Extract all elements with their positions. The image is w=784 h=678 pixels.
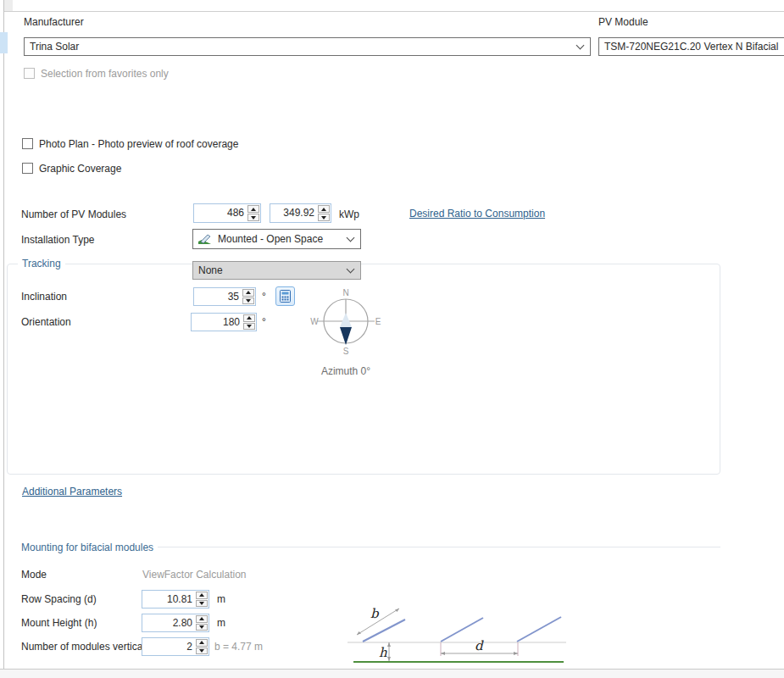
bottom-panel-edge xyxy=(0,669,784,678)
manufacturer-value: Trina Solar xyxy=(30,41,572,53)
calculator-icon xyxy=(280,290,291,303)
mode-value: ViewFactor Calculation xyxy=(142,569,247,581)
spin-down-button[interactable] xyxy=(243,323,255,331)
favorites-only-label: Selection from favorites only xyxy=(41,68,169,80)
orientation-unit: ° xyxy=(262,316,266,328)
installation-type-select[interactable]: Mounted - Open Space xyxy=(192,229,361,249)
inclination-calculator-button[interactable] xyxy=(275,286,295,306)
num-modules-value: 486 xyxy=(194,204,247,222)
modules-vertical-value: 2 xyxy=(142,638,195,655)
pv-module-value: TSM-720NEG21C.20 Vertex N Bifacial xyxy=(604,41,779,53)
spin-down-button[interactable] xyxy=(196,600,208,608)
row-spacing-diagram: b h d xyxy=(348,593,670,670)
num-modules-label: Number of PV Modules xyxy=(21,208,126,220)
compass-s-label: S xyxy=(343,347,349,356)
mode-label: Mode xyxy=(21,569,47,581)
installation-type-label: Installation Type xyxy=(21,234,95,246)
orientation-value: 180 xyxy=(192,314,242,331)
sidebar-selected-fragment[interactable] xyxy=(0,32,8,53)
favorites-only-checkbox[interactable] xyxy=(24,68,35,79)
spin-up-button[interactable] xyxy=(196,615,208,623)
spin-up-button[interactable] xyxy=(196,592,208,599)
diagram-b-label: b xyxy=(370,606,380,621)
row-spacing-unit: m xyxy=(217,593,225,605)
compass-n-label: N xyxy=(342,288,348,297)
mount-height-value: 2.80 xyxy=(142,614,195,631)
power-unit: kWp xyxy=(339,208,359,220)
row-spacing-value: 10.81 xyxy=(142,591,195,608)
open-space-mount-icon xyxy=(198,233,213,245)
chevron-down-icon xyxy=(347,264,355,273)
bifacial-section-title: Mounting for bifacial modules xyxy=(21,542,153,553)
row-spacing-label: Row Spacing (d) xyxy=(21,593,97,605)
tracking-select[interactable]: None xyxy=(192,261,361,280)
spin-up-button[interactable] xyxy=(196,639,208,647)
window-left-border xyxy=(3,0,4,669)
spin-up-button[interactable] xyxy=(242,289,254,297)
power-value: 349.92 xyxy=(270,204,317,222)
compass-rose-icon: N W E S xyxy=(305,285,386,358)
photo-plan-checkbox[interactable] xyxy=(22,138,33,149)
spin-up-button[interactable] xyxy=(318,205,330,213)
compass-e-label: E xyxy=(375,317,381,326)
spin-up-button[interactable] xyxy=(243,314,255,322)
spin-down-button[interactable] xyxy=(318,214,330,221)
spin-down-button[interactable] xyxy=(242,297,254,305)
spin-down-button[interactable] xyxy=(196,647,208,655)
orientation-label: Orientation xyxy=(21,316,71,328)
row-spacing-spinner[interactable]: 10.81 xyxy=(142,590,209,609)
photo-plan-label: Photo Plan - Photo preview of roof cover… xyxy=(39,138,238,150)
inclination-spinner[interactable]: 35 xyxy=(193,287,256,306)
top-left-corner-block xyxy=(4,0,13,11)
chevron-down-icon xyxy=(347,233,355,242)
pv-module-select[interactable]: TSM-720NEG21C.20 Vertex N Bifacial xyxy=(598,37,784,56)
installation-type-value: Mounted - Open Space xyxy=(218,233,342,245)
spin-down-button[interactable] xyxy=(247,214,259,221)
tracking-value: None xyxy=(198,264,342,276)
mount-height-spinner[interactable]: 2.80 xyxy=(142,614,209,632)
mount-height-unit: m xyxy=(217,617,225,629)
inclination-value: 35 xyxy=(194,288,242,305)
num-modules-spinner[interactable]: 486 xyxy=(193,203,261,223)
spin-up-button[interactable] xyxy=(247,205,259,213)
diagram-d-label: d xyxy=(475,638,484,653)
desired-ratio-link[interactable]: Desired Ratio to Consumption xyxy=(409,208,545,220)
orientation-spinner[interactable]: 180 xyxy=(191,313,257,331)
azimuth-caption: Azimuth 0° xyxy=(305,365,386,377)
chevron-down-icon xyxy=(576,41,585,49)
pv-module-label: PV Module xyxy=(598,16,648,28)
power-spinner[interactable]: 349.92 xyxy=(270,203,331,223)
mount-height-label: Mount Height (h) xyxy=(21,617,97,629)
modules-vertical-label: Number of modules vertical xyxy=(21,641,145,653)
module-width-note: b = 4.77 m xyxy=(214,641,263,653)
modules-vertical-spinner[interactable]: 2 xyxy=(142,637,209,656)
compass-w-label: W xyxy=(310,317,319,326)
tracking-label: Tracking xyxy=(18,258,65,270)
graphic-coverage-checkbox[interactable] xyxy=(22,163,33,174)
bifacial-section-rule xyxy=(158,547,720,547)
spin-down-button[interactable] xyxy=(196,624,208,631)
diagram-h-label: h xyxy=(379,645,387,660)
manufacturer-select[interactable]: Trina Solar xyxy=(24,37,591,56)
graphic-coverage-label: Graphic Coverage xyxy=(39,163,121,175)
additional-parameters-link[interactable]: Additional Parameters xyxy=(22,486,122,497)
manufacturer-label: Manufacturer xyxy=(24,16,84,28)
inclination-unit: ° xyxy=(262,291,266,303)
panel-top-border xyxy=(4,11,784,12)
inclination-label: Inclination xyxy=(21,291,67,303)
